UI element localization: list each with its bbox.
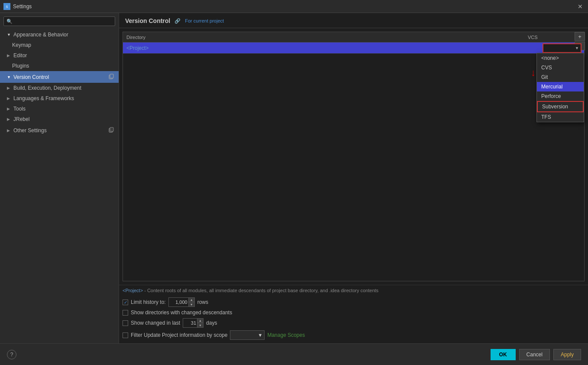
vcs-dropdown[interactable]: ▼	[543, 43, 582, 53]
limit-history-input[interactable]	[169, 300, 188, 305]
filter-update-label: Filter Update Project information by sco…	[131, 332, 227, 338]
sidebar-item-other[interactable]: ▶ Other Settings	[0, 124, 119, 136]
description-text: <Project> - Content roots of all modules…	[119, 285, 588, 296]
spinner-down[interactable]: ▼	[197, 323, 203, 327]
spinner-down[interactable]: ▼	[188, 302, 194, 306]
scope-arrow-icon: ▼	[258, 332, 263, 338]
dropdown-option-subversion[interactable]: Subversion	[537, 101, 584, 112]
dropdown-option-cvs[interactable]: CVS	[537, 63, 584, 72]
search-wrap[interactable]: 🔍	[3, 16, 115, 26]
options-area: Limit history to: ▲ ▼ rows Show director…	[119, 296, 588, 343]
sidebar-item-label: Build, Execution, Deployment	[13, 85, 81, 91]
limit-history-label: Limit history to:	[131, 299, 166, 305]
limit-history-input-wrap: ▲ ▼	[168, 297, 195, 307]
sidebar-item-plugins[interactable]: Plugins	[0, 61, 119, 71]
svg-text:S: S	[6, 5, 8, 9]
bottom-bar: ? OK Cancel Apply	[0, 343, 588, 365]
sidebar-item-jrebel[interactable]: ▶ JRebel	[0, 114, 119, 124]
cell-directory: <Project>	[123, 45, 541, 51]
sidebar-item-label: Languages & Frameworks	[13, 95, 74, 101]
description-suffix: - Content roots of all modules, all imme…	[144, 288, 378, 293]
filter-update-checkbox[interactable]	[123, 332, 128, 338]
search-icon: 🔍	[6, 19, 13, 24]
sidebar-item-label: Version Control	[13, 74, 49, 80]
show-changed-input[interactable]	[183, 320, 197, 326]
search-box: 🔍	[0, 13, 119, 29]
chevron-icon: ▶	[7, 128, 11, 133]
sidebar-item-label: JRebel	[13, 116, 29, 122]
show-changed-spinner: ▲ ▼	[197, 319, 203, 327]
show-changed-row: Show changed in last ▲ ▼ days	[123, 318, 585, 328]
show-directories-checkbox[interactable]	[123, 310, 128, 316]
content-area: Version Control 🔗 For current project Di…	[119, 13, 588, 343]
table-header: Directory VCS + −	[123, 32, 584, 42]
sidebar-item-label: Editor	[13, 52, 27, 59]
svg-rect-5	[110, 127, 113, 131]
spinner-up[interactable]: ▲	[188, 298, 194, 302]
link-icon: 🔗	[174, 18, 181, 24]
copy-icon	[108, 73, 114, 81]
chevron-icon: ▶	[7, 86, 11, 90]
close-button[interactable]: ✕	[576, 2, 585, 11]
show-changed-label: Show changed in last	[131, 320, 180, 326]
chevron-icon: ▼	[7, 75, 11, 79]
vcs-dropdown-menu: <none> CVS Git Mercurial Perforce Subver…	[536, 53, 584, 122]
sidebar-item-label: Keymap	[12, 42, 31, 48]
window-title: Settings	[13, 3, 32, 10]
bottom-right-buttons: OK Cancel Apply	[491, 349, 581, 360]
chevron-icon: ▶	[7, 96, 11, 101]
help-button[interactable]: ?	[7, 350, 16, 359]
table-container: Directory VCS + − <Project> ▼	[123, 32, 585, 281]
cell-vcs: ▼ <none> CVS Git Mercurial Perforce Subv…	[541, 43, 584, 53]
sidebar-item-label: Plugins	[12, 63, 29, 69]
chevron-icon: ▶	[7, 53, 11, 58]
sidebar: 🔍 ▼ Appearance & Behavior Keymap ▶ Edito…	[0, 13, 119, 343]
sidebar-item-tools[interactable]: ▶ Tools	[0, 104, 119, 114]
chevron-icon: ▼	[7, 33, 11, 37]
sidebar-item-label: Tools	[13, 106, 26, 112]
sidebar-item-build[interactable]: ▶ Build, Execution, Deployment	[0, 83, 119, 93]
dropdown-option-mercurial[interactable]: Mercurial	[537, 82, 584, 91]
sidebar-item-appearance[interactable]: ▼ Appearance & Behavior	[0, 29, 119, 40]
dropdown-option-tfs[interactable]: TFS	[537, 112, 584, 122]
sidebar-item-editor[interactable]: ▶ Editor	[0, 50, 119, 61]
show-directories-row: Show directories with changed descendant…	[123, 310, 585, 316]
add-button[interactable]: +	[575, 32, 585, 41]
sidebar-item-keymap[interactable]: Keymap	[0, 40, 119, 50]
title-bar-left: S Settings	[3, 3, 32, 10]
spinner-up[interactable]: ▲	[197, 319, 203, 323]
sidebar-item-label: Appearance & Behavior	[13, 32, 68, 38]
chevron-icon: ▶	[7, 107, 11, 111]
dropdown-option-git[interactable]: Git	[537, 72, 584, 82]
for-current-project-link[interactable]: For current project	[185, 18, 224, 23]
apply-button[interactable]: Apply	[553, 349, 581, 360]
dropdown-arrow-icon: ▼	[575, 46, 579, 50]
ok-button[interactable]: OK	[491, 349, 516, 360]
content-header: Version Control 🔗 For current project	[119, 13, 588, 28]
scope-select[interactable]: ▼	[230, 330, 265, 340]
other-icon	[108, 127, 114, 134]
red-arrow-indicator: ↓	[531, 67, 536, 78]
dropdown-option-perforce[interactable]: Perforce	[537, 91, 584, 101]
app-icon: S	[3, 3, 10, 10]
show-directories-label: Show directories with changed descendant…	[131, 310, 232, 316]
sidebar-item-languages[interactable]: ▶ Languages & Frameworks	[0, 93, 119, 104]
search-input[interactable]	[14, 18, 112, 24]
show-changed-input-wrap: ▲ ▼	[183, 318, 204, 328]
project-link: <Project>	[123, 288, 143, 293]
table-row[interactable]: <Project> ▼ <none> CVS Git Mercurial Per…	[123, 42, 584, 54]
manage-scopes-link[interactable]: Manage Scopes	[267, 332, 305, 338]
title-bar: S Settings ✕	[0, 0, 588, 13]
dropdown-option-none[interactable]: <none>	[537, 53, 584, 63]
show-changed-checkbox[interactable]	[123, 320, 128, 326]
filter-update-row: Filter Update Project information by sco…	[123, 330, 585, 340]
show-changed-suffix: days	[206, 320, 217, 326]
main-container: 🔍 ▼ Appearance & Behavior Keymap ▶ Edito…	[0, 13, 588, 343]
limit-history-checkbox[interactable]	[123, 300, 128, 305]
limit-history-row: Limit history to: ▲ ▼ rows	[123, 297, 585, 307]
sidebar-item-label: Other Settings	[13, 127, 47, 134]
limit-history-spinner: ▲ ▼	[188, 298, 194, 306]
sidebar-item-version-control[interactable]: ▼ Version Control	[0, 71, 119, 83]
cancel-button[interactable]: Cancel	[519, 349, 550, 360]
content-title: Version Control	[125, 17, 170, 24]
